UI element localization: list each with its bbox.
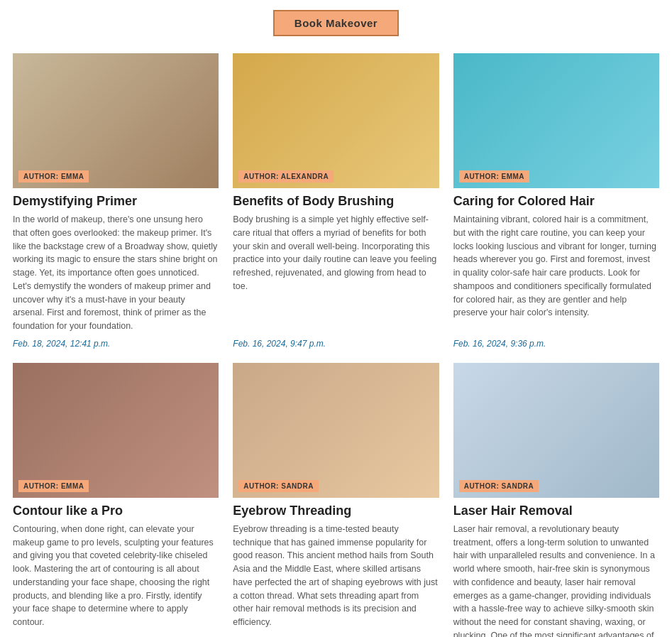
card-image-wrapper: AUTHOR: SANDRA [453,363,659,498]
article-card-4: AUTHOR: EMMA Contour like a Pro Contouri… [13,363,219,637]
card-excerpt: Body brushing is a simple yet highly eff… [233,213,439,333]
card-date: Feb. 16, 2024, 9:36 p.m. [453,339,659,349]
author-badge: AUTHOR: EMMA [18,480,89,492]
card-date: Feb. 18, 2024, 12:41 p.m. [13,339,219,349]
card-body: Eyebrow Threading Eyebrow threading is a… [233,498,439,637]
card-image-wrapper: AUTHOR: EMMA [453,53,659,188]
card-image [13,363,219,498]
author-badge: AUTHOR: EMMA [18,170,89,183]
card-body: Demystifying Primer In the world of make… [13,188,219,349]
card-title: Eyebrow Threading [233,503,439,518]
card-excerpt: Contouring, when done right, can elevate… [13,523,219,637]
author-badge: AUTHOR: ALEXANDRA [238,170,334,183]
book-makeover-button[interactable]: Book Makeover [273,10,399,36]
card-body: Caring for Colored Hair Maintaining vibr… [453,188,659,349]
card-title: Contour like a Pro [13,503,219,518]
card-excerpt: Eyebrow threading is a time-tested beaut… [233,523,439,637]
author-badge: AUTHOR: SANDRA [238,480,319,492]
card-body: Contour like a Pro Contouring, when done… [13,498,219,637]
article-card-5: AUTHOR: SANDRA Eyebrow Threading Eyebrow… [233,363,439,637]
card-image [233,53,439,188]
card-image-wrapper: AUTHOR: EMMA [13,53,219,188]
top-bar: Book Makeover [0,0,672,46]
author-badge: AUTHOR: EMMA [459,170,529,183]
card-body: Laser Hair Removal Laser hair removal, a… [453,498,659,637]
card-title: Benefits of Body Brushing [233,194,439,209]
card-date: Feb. 16, 2024, 9:47 p.m. [233,339,439,349]
card-excerpt: Maintaining vibrant, colored hair is a c… [453,213,659,333]
article-card-2: AUTHOR: ALEXANDRA Benefits of Body Brush… [233,53,439,349]
card-excerpt: Laser hair removal, a revolutionary beau… [453,523,659,637]
author-badge: AUTHOR: SANDRA [459,480,539,492]
card-title: Demystifying Primer [13,194,219,209]
article-card-6: AUTHOR: SANDRA Laser Hair Removal Laser … [453,363,659,637]
card-title: Laser Hair Removal [453,503,659,518]
card-body: Benefits of Body Brushing Body brushing … [233,188,439,349]
article-grid: AUTHOR: EMMA Demystifying Primer In the … [0,46,672,637]
card-image [13,53,219,188]
article-card-3: AUTHOR: EMMA Caring for Colored Hair Mai… [453,53,659,349]
card-image-wrapper: AUTHOR: SANDRA [233,363,439,498]
card-image-wrapper: AUTHOR: ALEXANDRA [233,53,439,188]
card-image [453,53,659,188]
card-title: Caring for Colored Hair [453,194,659,209]
card-image-wrapper: AUTHOR: EMMA [13,363,219,498]
card-image [453,363,659,498]
article-card-1: AUTHOR: EMMA Demystifying Primer In the … [13,53,219,349]
card-image [233,363,439,498]
card-excerpt: In the world of makeup, there's one unsu… [13,213,219,333]
